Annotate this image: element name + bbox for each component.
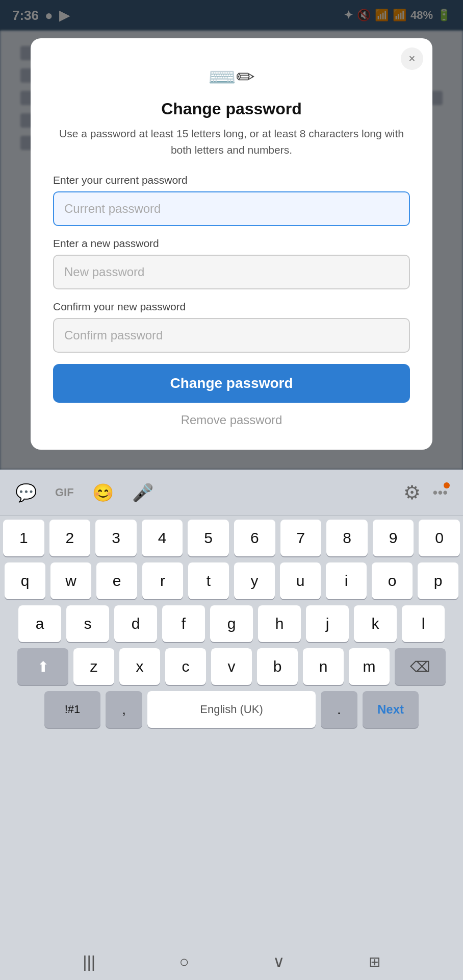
remove-password-button[interactable]: Remove password xyxy=(53,413,410,427)
number-row: 1 2 3 4 5 6 7 8 9 0 xyxy=(3,520,460,556)
key-h[interactable]: h xyxy=(258,605,301,642)
current-password-input[interactable] xyxy=(53,191,410,226)
key-d[interactable]: d xyxy=(114,605,157,642)
key-8[interactable]: 8 xyxy=(326,520,368,556)
key-s[interactable]: s xyxy=(66,605,109,642)
change-password-modal: × ⌨️✏ Change password Use a password at … xyxy=(31,38,432,450)
key-9[interactable]: 9 xyxy=(373,520,414,556)
key-p[interactable]: p xyxy=(418,562,458,599)
key-l[interactable]: l xyxy=(402,605,445,642)
navigation-bar: ||| ○ ∨ ⊞ xyxy=(0,943,463,980)
key-1[interactable]: 1 xyxy=(3,520,44,556)
sticker-icon[interactable]: 💬 xyxy=(15,482,37,503)
key-f[interactable]: f xyxy=(162,605,205,642)
key-n[interactable]: n xyxy=(303,648,344,685)
key-2[interactable]: 2 xyxy=(49,520,91,556)
comma-key[interactable]: , xyxy=(106,691,142,728)
confirm-password-label: Confirm your new password xyxy=(53,301,410,313)
key-4[interactable]: 4 xyxy=(142,520,183,556)
key-o[interactable]: o xyxy=(372,562,413,599)
settings-icon[interactable]: ⚙ xyxy=(403,481,421,504)
bottom-row: !#1 , English (UK) . Next xyxy=(3,691,460,728)
mic-icon[interactable]: 🎤 xyxy=(132,482,153,503)
key-b[interactable]: b xyxy=(257,648,298,685)
key-y[interactable]: y xyxy=(234,562,275,599)
shift-key[interactable]: ⬆ xyxy=(17,648,68,685)
key-7[interactable]: 7 xyxy=(280,520,322,556)
change-password-button[interactable]: Change password xyxy=(53,364,410,403)
key-x[interactable]: x xyxy=(119,648,160,685)
key-m[interactable]: m xyxy=(349,648,390,685)
password-icon: ⌨️✏ xyxy=(53,64,410,90)
key-6[interactable]: 6 xyxy=(234,520,275,556)
key-3[interactable]: 3 xyxy=(95,520,137,556)
key-k[interactable]: k xyxy=(354,605,397,642)
key-rows: 1 2 3 4 5 6 7 8 9 0 q w e r t y u i o p … xyxy=(0,516,463,728)
new-password-input[interactable] xyxy=(53,255,410,289)
confirm-password-input[interactable] xyxy=(53,318,410,353)
key-g[interactable]: g xyxy=(210,605,253,642)
close-icon: × xyxy=(409,52,416,65)
back-button[interactable]: ||| xyxy=(72,947,106,976)
key-c[interactable]: c xyxy=(165,648,206,685)
key-j[interactable]: j xyxy=(306,605,349,642)
home-button[interactable]: ○ xyxy=(169,947,199,976)
key-e[interactable]: e xyxy=(96,562,137,599)
new-password-label: Enter a new password xyxy=(53,237,410,250)
modal-title: Change password xyxy=(53,100,410,118)
keyboard-area: 💬 GIF 😊 🎤 ⚙ ••• 1 2 3 4 5 6 7 8 9 0 q w xyxy=(0,470,463,980)
key-i[interactable]: i xyxy=(326,562,367,599)
down-button[interactable]: ∨ xyxy=(263,947,295,976)
emoji-icon[interactable]: 😊 xyxy=(92,482,114,503)
space-key[interactable]: English (UK) xyxy=(147,691,316,728)
keyboard-hide-button[interactable]: ⊞ xyxy=(358,948,391,975)
key-a[interactable]: a xyxy=(18,605,61,642)
gif-icon[interactable]: GIF xyxy=(55,486,74,499)
more-icon[interactable]: ••• xyxy=(433,484,448,501)
key-v[interactable]: v xyxy=(211,648,252,685)
keyboard-password-icon: ⌨️✏ xyxy=(208,64,255,89)
qwerty-row: q w e r t y u i o p xyxy=(3,562,460,599)
next-key[interactable]: Next xyxy=(363,691,419,728)
current-password-label: Enter your current password xyxy=(53,174,410,186)
backspace-key[interactable]: ⌫ xyxy=(395,648,446,685)
key-r[interactable]: r xyxy=(142,562,183,599)
key-q[interactable]: q xyxy=(5,562,45,599)
asdf-row: a s d f g h j k l xyxy=(3,605,460,642)
close-button[interactable]: × xyxy=(401,47,423,70)
keyboard-toolbar: 💬 GIF 😊 🎤 ⚙ ••• xyxy=(0,470,463,516)
key-0[interactable]: 0 xyxy=(419,520,460,556)
symbols-key[interactable]: !#1 xyxy=(44,691,100,728)
modal-description: Use a password at least 15 letters long,… xyxy=(53,126,410,158)
toolbar-icons: 💬 GIF 😊 🎤 xyxy=(15,482,153,503)
key-w[interactable]: w xyxy=(50,562,91,599)
key-u[interactable]: u xyxy=(280,562,321,599)
zxcv-row: ⬆ z x c v b n m ⌫ xyxy=(3,648,460,685)
key-z[interactable]: z xyxy=(73,648,114,685)
period-key[interactable]: . xyxy=(321,691,357,728)
toolbar-right: ⚙ ••• xyxy=(403,481,448,504)
key-5[interactable]: 5 xyxy=(188,520,229,556)
key-t[interactable]: t xyxy=(188,562,229,599)
